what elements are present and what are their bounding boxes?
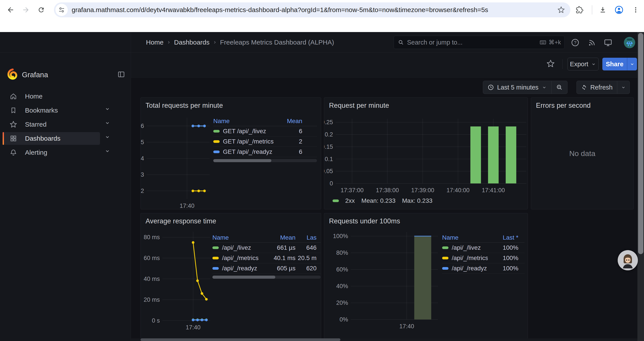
extensions-button[interactable] — [575, 5, 584, 15]
news-button[interactable] — [587, 38, 597, 47]
floating-avatar[interactable] — [618, 250, 638, 270]
browser-menu-button[interactable] — [631, 5, 640, 15]
average-response-time-legend[interactable]: NameMeanLas/api/_/livez661 µs646/api/_/m… — [212, 233, 321, 279]
browser-forward-button[interactable] — [21, 5, 31, 15]
sidebar-expand-alerting[interactable] — [102, 146, 112, 156]
share-menu-button[interactable] — [627, 58, 637, 71]
bookmark-icon — [10, 107, 17, 114]
requests-under-100ms-legend[interactable]: NameLast */api/_/livez100%/api/_/metrics… — [442, 233, 524, 274]
legend-value: 100% — [488, 254, 518, 261]
svg-text:100%: 100% — [333, 233, 348, 239]
series-color-pill — [442, 267, 448, 270]
request-per-minute-legend[interactable]: 2xx Mean: 0.233 Max: 0.233 — [332, 196, 432, 205]
legend-row[interactable]: GET /api/_/metrics2 — [213, 137, 317, 147]
breadcrumb-dashboards[interactable]: Dashboards — [174, 39, 210, 46]
legend-value: 661 µs — [262, 244, 296, 251]
three-dots-icon — [632, 6, 640, 14]
panel-requests-under-100ms: Requests under 100ms 17:400%20%40%60%80%… — [324, 213, 528, 341]
request-per-minute-chart[interactable]: 17:37:0017:38:0017:39:0017:40:0017:41:00… — [324, 98, 528, 210]
legend-row[interactable]: /api/_/readyz605 µs620 — [212, 263, 321, 274]
time-range-picker[interactable]: Last 5 minutes — [483, 81, 551, 94]
legend-series-name: /api/_/livez — [442, 244, 488, 251]
zoom-out-time-button[interactable] — [552, 81, 567, 94]
legend-scrollbar[interactable] — [213, 159, 317, 162]
legend-row[interactable]: /api/_/livez661 µs646 — [212, 243, 321, 253]
series-color-pill — [212, 267, 219, 270]
sidebar-item-alerting[interactable]: Alerting — [3, 146, 100, 159]
sidebar-expand-dashboards[interactable] — [102, 132, 112, 142]
series-color-pill — [212, 246, 219, 249]
export-button[interactable]: Export — [568, 58, 599, 71]
sidebar-item-label: Starred — [25, 121, 46, 128]
sidebar-expand-bookmarks[interactable] — [102, 104, 112, 114]
sidebar-expand-starred[interactable] — [102, 118, 112, 128]
search-input[interactable]: Search or jump to... ⌘+k — [394, 36, 565, 49]
legend-column-header[interactable]: Mean — [262, 234, 296, 241]
zoom-out-icon — [556, 84, 563, 91]
total-requests-legend[interactable]: NameMeanGET /api/_/livez6GET /api/_/metr… — [213, 116, 317, 162]
legend-row[interactable]: /api/_/metrics40.1 ms20.5 m — [212, 253, 321, 263]
horizontal-scrollbar-thumb[interactable] — [140, 338, 340, 341]
browser-profile-button[interactable] — [614, 5, 624, 15]
kiosk-mode-button[interactable] — [603, 38, 613, 47]
legend-scrollbar-thumb[interactable] — [213, 159, 271, 162]
legend-series-name: GET /api/_/metrics — [213, 138, 277, 145]
share-button[interactable]: Share — [602, 58, 627, 71]
series-color-pill — [442, 257, 448, 259]
chevron-down-icon — [104, 120, 110, 126]
brand-name: Grafana — [22, 71, 48, 79]
sidebar-toggle-button[interactable] — [116, 69, 126, 80]
favorite-dashboard-button[interactable] — [546, 59, 556, 69]
legend-row[interactable]: /api/_/livez100% — [442, 243, 524, 253]
dashboard-actions-bar — [131, 53, 644, 78]
url-input[interactable] — [72, 6, 553, 14]
site-settings-button[interactable] — [56, 4, 68, 16]
chevron-down-icon — [591, 62, 596, 67]
star-icon — [10, 121, 17, 128]
series-mean: Mean: 0.233 — [362, 197, 396, 204]
series-color-pill — [213, 140, 220, 143]
legend-column-header[interactable]: Name — [212, 234, 262, 241]
refresh-button[interactable]: Refresh — [577, 81, 617, 94]
breadcrumb-home[interactable]: Home — [146, 39, 164, 46]
refresh-interval-button[interactable] — [617, 81, 630, 94]
legend-column-header[interactable]: Mean — [277, 118, 302, 125]
legend-header: NameMean — [213, 116, 317, 126]
chevron-right-icon — [212, 40, 218, 45]
svg-text:0%: 0% — [340, 316, 348, 323]
legend-scrollbar-thumb[interactable] — [212, 276, 275, 279]
legend-column-header[interactable]: Las — [296, 234, 316, 241]
legend-column-header[interactable]: Last * — [488, 234, 518, 241]
browser-reload-button[interactable] — [36, 5, 46, 15]
monitor-icon — [604, 38, 612, 47]
page-scrollbar-thumb[interactable] — [638, 33, 643, 254]
bookmarks-bar: Freeleaps 收藏博客 — [0, 20, 644, 32]
legend-row[interactable]: GET /api/_/livez6 — [213, 126, 317, 137]
sidebar-item-dashboards[interactable]: Dashboards — [3, 132, 100, 145]
legend-scrollbar[interactable] — [212, 276, 321, 279]
browser-back-button[interactable] — [6, 5, 15, 15]
bookmark-page-button[interactable] — [556, 4, 567, 16]
legend-row[interactable]: /api/_/readyz100% — [442, 263, 524, 274]
sidebar-item-starred[interactable]: Starred — [3, 118, 100, 131]
url-bar[interactable] — [54, 3, 570, 17]
series-max: Max: 0.233 — [402, 197, 432, 204]
user-avatar[interactable] — [624, 37, 635, 48]
grafana-logo[interactable] — [6, 68, 19, 80]
no-data-message: No data — [531, 98, 634, 209]
legend-value: 20.5 m — [296, 254, 316, 261]
share-button-group: Share — [602, 58, 637, 71]
series-color-pill — [212, 257, 219, 259]
svg-text:0.1: 0.1 — [325, 156, 333, 162]
legend-value: 40.1 ms — [262, 254, 296, 261]
sidebar-item-home[interactable]: Home — [3, 90, 100, 103]
active-item-accent — [3, 132, 4, 145]
downloads-button[interactable] — [598, 5, 608, 15]
help-button[interactable]: ? — [570, 38, 580, 47]
legend-row[interactable]: /api/_/metrics100% — [442, 253, 524, 263]
legend-row[interactable]: GET /api/_/readyz6 — [213, 147, 317, 157]
legend-column-header[interactable]: Name — [442, 234, 488, 241]
legend-column-header[interactable]: Name — [213, 118, 277, 125]
sidebar-item-bookmarks[interactable]: Bookmarks — [3, 104, 100, 117]
series-name: 2xx — [345, 197, 355, 204]
